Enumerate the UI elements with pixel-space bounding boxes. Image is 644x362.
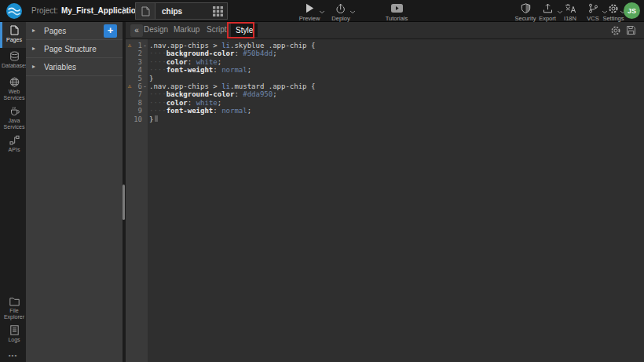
sidebar-item-logs[interactable]: Logs bbox=[0, 322, 26, 348]
sidebar-item-web-services[interactable]: Web Services bbox=[0, 74, 26, 103]
panel-section-pages[interactable]: ▸ Pages + bbox=[26, 22, 123, 40]
wavemaker-studio-window: Project: My_First_Application chips bbox=[0, 0, 644, 362]
line-number: 8 bbox=[134, 99, 142, 107]
sidebar-item-label: Web Services bbox=[2, 89, 27, 101]
gutter-cell bbox=[126, 66, 134, 74]
i18n-label: I18N bbox=[564, 15, 576, 22]
code-text: ····font-weight: normal; bbox=[148, 107, 251, 115]
avatar-initials: JS bbox=[628, 7, 636, 15]
code-line[interactable]: 9····font-weight: normal; bbox=[126, 107, 644, 115]
panel-section-variables[interactable]: ▸ Variables bbox=[26, 58, 123, 76]
coffee-cup-icon bbox=[9, 106, 20, 116]
code-text: ····color: white; bbox=[148, 99, 221, 107]
gutter-cell bbox=[126, 49, 134, 57]
code-line[interactable]: 2····background-color: #50b4dd; bbox=[126, 49, 644, 57]
fold-marker-icon[interactable]: - bbox=[142, 42, 148, 49]
editor-settings-gear-icon[interactable] bbox=[610, 25, 621, 36]
code-text: .nav.app-chips > li.skyblue .app-chip { bbox=[148, 42, 315, 49]
code-line[interactable]: 10} bbox=[126, 115, 644, 123]
sidebar-item-label: Java Services bbox=[2, 118, 27, 130]
sidebar-item-pages[interactable]: Pages bbox=[0, 22, 26, 48]
code-text: ····background-color: #dda950; bbox=[148, 90, 277, 98]
security-shield-icon bbox=[521, 3, 531, 13]
tab-script[interactable]: Script bbox=[207, 25, 227, 34]
sidebar-item-label: Databases bbox=[2, 63, 27, 69]
panel-section-label: Variables bbox=[44, 63, 76, 71]
fold-marker-icon[interactable]: - bbox=[142, 82, 148, 90]
panel-scrollbar-thumb[interactable] bbox=[123, 185, 125, 220]
code-text: } bbox=[148, 115, 158, 123]
gutter-cell bbox=[126, 90, 134, 98]
i18n-translate-icon bbox=[565, 3, 576, 13]
gutter-cell bbox=[142, 75, 148, 82]
tutorials-button[interactable]: Tutorials bbox=[379, 3, 414, 22]
page-grid-icon[interactable] bbox=[213, 6, 223, 16]
user-avatar[interactable]: JS bbox=[624, 2, 640, 19]
settings-gear-icon bbox=[608, 3, 619, 13]
expand-caret-icon[interactable]: ▸ bbox=[32, 27, 38, 34]
tab-design[interactable]: Design bbox=[144, 25, 168, 34]
collapse-panel-button[interactable]: « bbox=[130, 24, 143, 37]
code-line[interactable]: 3····color: white; bbox=[126, 58, 644, 66]
line-number: 9 bbox=[134, 107, 142, 115]
sidebar-item-java-services[interactable]: Java Services bbox=[0, 103, 26, 132]
project-label: Project: bbox=[31, 6, 58, 15]
gutter-cell bbox=[142, 99, 148, 107]
code-line[interactable]: ⚠6-.nav.app-chips > li.mustard .app-chip… bbox=[126, 82, 644, 90]
code-lines: ⚠1-.nav.app-chips > li.skyblue .app-chip… bbox=[126, 42, 644, 123]
code-line[interactable]: 8····color: white; bbox=[126, 99, 644, 107]
gutter-cell bbox=[142, 90, 148, 98]
save-icon[interactable] bbox=[626, 25, 636, 35]
text-cursor bbox=[155, 115, 158, 122]
warning-icon: ⚠ bbox=[126, 42, 134, 49]
gutter-cell bbox=[126, 115, 134, 123]
gutter-cell bbox=[142, 66, 148, 74]
line-number: 4 bbox=[134, 66, 142, 74]
page-tab-chips[interactable]: chips bbox=[135, 2, 228, 20]
gutter-cell bbox=[126, 58, 134, 66]
tutorials-video-icon bbox=[391, 3, 403, 13]
code-text: ····background-color: #50b4dd; bbox=[148, 49, 277, 57]
expand-caret-icon[interactable]: ▸ bbox=[32, 46, 38, 52]
code-line[interactable]: 4····font-weight: normal; bbox=[126, 66, 644, 74]
more-options-icon[interactable]: ••• bbox=[0, 348, 26, 362]
gutter-cell bbox=[142, 115, 148, 123]
gutter-cell bbox=[126, 99, 134, 107]
project-name[interactable]: My_First_Application bbox=[61, 6, 141, 15]
tab-style[interactable]: Style bbox=[231, 24, 258, 37]
panel-section-label: Pages bbox=[44, 27, 66, 35]
sidebar-item-apis[interactable]: APIs bbox=[0, 132, 26, 158]
apis-icon bbox=[9, 135, 20, 145]
deploy-dropdown-chevron-icon[interactable] bbox=[349, 10, 356, 14]
app-logo-icon[interactable] bbox=[5, 2, 23, 20]
line-number: 10 bbox=[134, 115, 142, 123]
export-icon bbox=[543, 3, 553, 13]
deploy-label: Deploy bbox=[331, 15, 349, 22]
pages-panel: ▸ Pages + ▸ Page Structure ▸ Variables bbox=[26, 22, 123, 362]
style-code-editor[interactable]: ⚠1-.nav.app-chips > li.skyblue .app-chip… bbox=[126, 39, 644, 362]
panel-section-page-structure[interactable]: ▸ Page Structure bbox=[26, 40, 123, 58]
sidebar-item-databases[interactable]: Databases bbox=[0, 48, 26, 74]
databases-icon bbox=[9, 51, 20, 61]
sidebar-item-label: Pages bbox=[2, 37, 27, 43]
code-line[interactable]: 5} bbox=[126, 75, 644, 82]
code-line[interactable]: ⚠1-.nav.app-chips > li.skyblue .app-chip… bbox=[126, 42, 644, 49]
line-number: 1 bbox=[134, 42, 142, 49]
gutter-cell bbox=[142, 58, 148, 66]
gutter-cell bbox=[142, 107, 148, 115]
gutter-cell bbox=[126, 107, 134, 115]
code-text: .nav.app-chips > li.mustard .app-chip { bbox=[148, 82, 315, 90]
code-line[interactable]: 7····background-color: #dda950; bbox=[126, 90, 644, 98]
page-tab-label: chips bbox=[156, 7, 213, 16]
line-number: 6 bbox=[134, 82, 142, 90]
tab-markup[interactable]: Markup bbox=[174, 25, 199, 34]
add-page-button[interactable]: + bbox=[104, 24, 117, 38]
editor-tab-bar: « Design Markup Script Style bbox=[126, 22, 644, 39]
sidebar-item-label: APIs bbox=[2, 147, 27, 153]
sidebar-item-file-explorer[interactable]: File Explorer bbox=[0, 294, 26, 322]
sidebar-item-label: File Explorer bbox=[2, 308, 27, 320]
folder-icon bbox=[9, 298, 20, 306]
icon-bar-spacer bbox=[0, 158, 26, 294]
code-text: ····color: white; bbox=[148, 58, 221, 66]
expand-caret-icon[interactable]: ▸ bbox=[32, 64, 38, 70]
